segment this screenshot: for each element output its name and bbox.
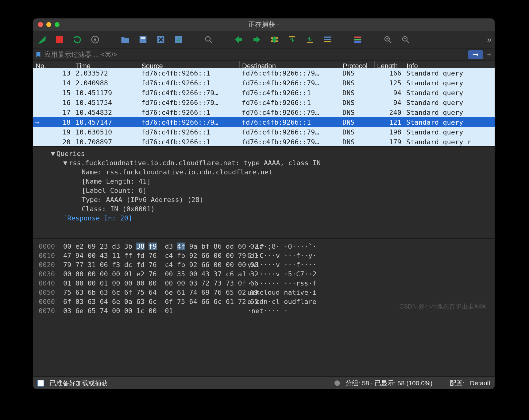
zoom-out-button[interactable] [400,34,411,45]
profile-label: 配置: [450,379,465,387]
packet-detail-pane[interactable]: ▼Queries ▼rss.fuckcloudnative.io.cdn.clo… [33,146,495,238]
watermark: CSDN @小小兔在普陀山走神啊 [399,302,486,311]
svg-rect-4 [141,37,145,39]
svg-rect-0 [56,36,63,43]
filter-apply-button[interactable] [468,50,483,59]
svg-rect-11 [307,42,313,43]
packet-row[interactable]: 132.033572fd76:c4fb:9266::1fd76:c4fb:926… [33,68,495,78]
hex-row[interactable]: 002079 77 31 06 f3 dc fd 76 c4 fb 92 66 … [39,260,489,270]
bookmark-icon[interactable] [35,51,42,58]
close-button[interactable] [38,22,43,27]
detail-query-line[interactable]: rss.fuckcloudnative.io.cdn.cloudflare.ne… [69,159,321,167]
packet-row[interactable]: 142.040988fd76:c4fb:9266::1fd76:c4fb:926… [33,78,495,88]
titlebar: 正在捕获 - [33,18,495,31]
hex-row[interactable]: 004001 00 00 01 00 00 00 00 00 00 03 72 … [39,279,489,288]
packet-row[interactable]: 1710.454832fd76:c4fb:9266::1fd76:c4fb:92… [33,107,495,117]
svg-point-7 [206,37,210,41]
open-file-button[interactable] [120,34,131,45]
status-stats: 分组: 58 · 已显示: 58 (100.0%) [346,379,433,387]
svg-rect-15 [354,37,361,38]
toolbar-overflow-icon[interactable]: » [487,35,492,45]
packet-row[interactable]: 1510.451179fd76:c4fb:9266::79…fd76:c4fb:… [33,88,495,98]
zoom-in-button[interactable] [382,34,393,45]
options-button[interactable] [90,34,101,45]
maximize-button[interactable] [55,22,60,27]
go-forward-button[interactable] [251,34,262,45]
svg-rect-14 [324,41,331,42]
restart-capture-button[interactable] [72,34,83,45]
colorize-button[interactable] [352,34,363,45]
main-toolbar: » [33,31,495,49]
detail-type[interactable]: Type: AAAA (IPv6 Address) (28) [82,196,203,204]
svg-rect-12 [324,37,331,38]
packet-list[interactable]: 132.033572fd76:c4fb:9266::1fd76:c4fb:926… [33,68,495,146]
reload-button[interactable] [173,34,184,45]
svg-rect-10 [289,36,295,37]
app-window: 正在捕获 - » + No. Time Source [33,18,495,389]
expert-info-icon[interactable] [37,380,44,387]
detail-response-link[interactable]: [Response In: 20] [63,214,132,222]
save-file-button[interactable] [137,34,149,45]
detail-name-length[interactable]: [Name Length: 41] [82,177,151,185]
go-back-button[interactable] [233,34,244,45]
svg-rect-17 [354,41,361,43]
minimize-button[interactable] [46,22,51,27]
status-bar: 已准备好加载或捕获 分组: 58 · 已显示: 58 (100.0%) 配置: … [33,376,495,389]
svg-point-2 [94,38,96,41]
go-last-button[interactable] [304,34,315,45]
close-file-button[interactable] [155,34,166,45]
filter-add-button[interactable]: + [485,50,493,59]
detail-queries[interactable]: Queries [56,150,85,158]
profile-value[interactable]: Default [470,379,490,387]
svg-rect-13 [324,39,331,40]
hex-row[interactable]: 003000 00 00 00 00 01 e2 76 00 35 00 43 … [39,270,489,279]
packet-row[interactable]: 2010.708897fd76:c4fb:9266::1fd76:c4fb:92… [33,137,495,146]
packet-row[interactable]: 1910.630510fd76:c4fb:9266::1fd76:c4fb:92… [33,127,495,137]
hex-row[interactable]: 005075 63 6b 63 6c 6f 75 64 6e 61 74 69 … [39,288,489,297]
hex-row[interactable]: 001047 94 00 43 11 ff fd 76 c4 fb 92 66 … [39,251,489,260]
status-indicator-icon [334,380,340,386]
detail-label-count[interactable]: [Label Count: 6] [82,187,147,194]
packet-row[interactable]: 1610.451754fd76:c4fb:9266::79…fd76:c4fb:… [33,98,495,107]
auto-scroll-button[interactable] [322,34,333,45]
svg-rect-16 [354,39,361,41]
svg-rect-6 [175,36,182,43]
hex-row[interactable]: 000000 e2 69 23 d3 3b 38 f9 d3 4f 9a bf … [39,242,489,251]
fin-icon[interactable] [36,34,47,45]
display-filter-input[interactable] [44,51,466,59]
find-button[interactable] [203,34,214,45]
display-filter-bar: + [33,49,495,61]
go-to-packet-button[interactable] [269,34,280,45]
packet-row[interactable]: →1810.457147fd76:c4fb:9266::79…fd76:c4fb… [33,117,495,127]
status-ready: 已准备好加载或捕获 [50,379,108,387]
window-controls [38,22,60,27]
stop-capture-button[interactable] [54,34,65,45]
go-first-button[interactable] [287,34,298,45]
detail-name[interactable]: Name: rss.fuckcloudnative.io.cdn.cloudfl… [82,168,273,176]
detail-class[interactable]: Class: IN (0x0001) [82,205,155,213]
window-title: 正在捕获 - [33,20,495,29]
